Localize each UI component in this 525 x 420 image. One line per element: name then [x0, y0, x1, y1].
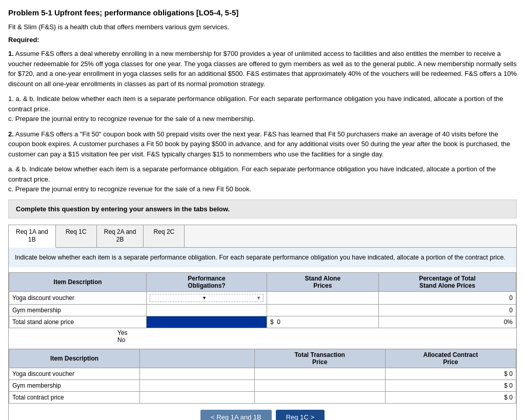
th-pct-total: Percentage of TotalStand Alone Prices — [378, 273, 516, 292]
cell-total-perf-blue — [147, 316, 267, 328]
table-row: Total stand alone price $ 0 0% — [9, 316, 516, 328]
req2-header: 2. — [8, 130, 14, 138]
req1-header: 1. — [8, 50, 14, 57]
cell-total-col2[interactable] — [140, 392, 254, 404]
tab-req2ab[interactable]: Req 2A and 2B — [97, 225, 144, 247]
tabs-row: Req 1A and 1B Req 1C Req 2A and 2B Req 2… — [9, 225, 516, 248]
th-total-tx: Total TransactionPrice — [254, 349, 385, 368]
total-stand-value: 0 — [277, 318, 280, 326]
req2ab-text: a. & b. Indicate below whether each item… — [8, 165, 496, 183]
cell-gym-stand[interactable] — [267, 305, 378, 316]
page-title: Problem 5-1 Upfront fees; performance ob… — [8, 8, 517, 17]
gym-col2-input[interactable] — [143, 382, 251, 389]
gym-perf-input[interactable] — [150, 307, 264, 314]
yoga-total-tx-input[interactable] — [258, 370, 382, 377]
cell-gym-pct: 0 — [378, 305, 516, 316]
req2c-text: c. Prepare the journal entry to recogniz… — [8, 185, 251, 193]
cell-yoga-perf[interactable]: ▼ — [147, 292, 267, 305]
table1-section: Item Description PerformanceObligations?… — [9, 272, 516, 328]
th-item-desc-1: Item Description — [9, 273, 147, 292]
total-alloc-value: 0 — [509, 394, 513, 401]
cell-total-stand: $ 0 — [267, 316, 378, 328]
th-empty — [140, 349, 254, 368]
table-row: Total contract price $ 0 — [9, 392, 516, 404]
cell-gym-perf[interactable] — [147, 305, 267, 316]
yes-no-labels: Yes — [9, 329, 516, 336]
yoga-col2-input[interactable] — [143, 370, 251, 377]
cell-gym-alloc: $ 0 — [385, 380, 516, 392]
cell-total-item-2: Total contract price — [9, 392, 140, 404]
req2-text: Assume F&S offers a "Fit 50" coupon book… — [8, 130, 510, 158]
cell-yoga-col2[interactable] — [140, 368, 254, 380]
gym-stand-input[interactable] — [270, 307, 375, 314]
table-row: Gym membership 0 — [9, 305, 516, 316]
tab-req1c[interactable]: Req 1C — [56, 225, 97, 247]
required-label: Required: — [8, 36, 39, 44]
req1-text: Assume F&S offers a deal whereby enrolli… — [8, 50, 517, 88]
th-stand-alone: Stand AlonePrices — [267, 273, 378, 292]
th-perf-oblig: PerformanceObligations? — [147, 273, 267, 292]
nav-buttons: < Req 1A and 1B Req 1C > — [9, 410, 516, 420]
dropdown-arrow-icon: ▼ — [202, 295, 207, 301]
table2-section: Item Description Total TransactionPrice … — [9, 349, 516, 404]
cell-gym-total-tx[interactable] — [254, 380, 385, 392]
th-item-desc-2: Item Description — [9, 349, 140, 368]
cell-yoga-alloc: $ 0 — [385, 368, 516, 380]
req1c-text: c. Prepare the journal entry to recogniz… — [8, 115, 255, 123]
table2: Item Description Total TransactionPrice … — [9, 349, 516, 404]
dollar-sign-1: $ — [270, 318, 274, 326]
tabs-container: Req 1A and 1B Req 1C Req 2A and 2B Req 2… — [8, 225, 517, 421]
cell-yoga-item-1: Yoga discount voucher — [9, 292, 147, 305]
no-label-row: No — [9, 336, 516, 344]
cell-yoga-pct: 0 — [378, 292, 516, 305]
gym-total-tx-input[interactable] — [258, 382, 382, 389]
total-total-tx-input[interactable] — [258, 394, 382, 401]
dollar-2c: $ — [504, 394, 508, 401]
cell-yoga-stand[interactable] — [267, 292, 378, 305]
cell-total-alloc: $ 0 — [385, 392, 516, 404]
instruction-box: Complete this question by entering your … — [8, 199, 517, 218]
total-col2-input[interactable] — [143, 394, 251, 401]
cell-total-total-tx[interactable] — [254, 392, 385, 404]
no-label: No — [92, 336, 164, 344]
cell-gym-item-1: Gym membership — [9, 305, 147, 316]
cell-total-pct: 0% — [378, 316, 516, 328]
req1ab-text: 1. a. & b. Indicate below whether each i… — [8, 95, 503, 113]
table-row: Yoga discount voucher $ 0 — [9, 368, 516, 380]
cell-total-item-1: Total stand alone price — [9, 316, 147, 328]
tab-req2c[interactable]: Req 2C — [144, 225, 185, 247]
cell-gym-item-2: Gym membership — [9, 380, 140, 392]
yoga-perf-dropdown[interactable]: ▼ — [150, 294, 264, 302]
table-row: Gym membership $ 0 — [9, 380, 516, 392]
yes-label: Yes — [92, 329, 164, 336]
prev-button[interactable]: < Req 1A and 1B — [200, 410, 272, 420]
dollar-2b: $ — [504, 382, 508, 389]
table-row: Yoga discount voucher ▼ 0 — [9, 292, 516, 305]
gym-alloc-value: 0 — [509, 382, 513, 389]
th-alloc-contract: Allocated ContractPrice — [385, 349, 516, 368]
cell-gym-col2[interactable] — [140, 380, 254, 392]
cell-yoga-total-tx[interactable] — [254, 368, 385, 380]
yoga-alloc-value: 0 — [509, 370, 513, 377]
cell-yoga-item-2: Yoga discount voucher — [9, 368, 140, 380]
table1: Item Description PerformanceObligations?… — [9, 272, 516, 328]
tab-content-text: Indicate below whether each item is a se… — [9, 248, 516, 268]
next-button[interactable]: Req 1C > — [276, 410, 325, 420]
tab-req1ab[interactable]: Req 1A and 1B — [9, 225, 56, 248]
dollar-2a: $ — [504, 370, 508, 377]
intro-text: Fit & Slim (F&S) is a health club that o… — [8, 23, 517, 31]
yoga-stand-input[interactable] — [270, 294, 375, 302]
